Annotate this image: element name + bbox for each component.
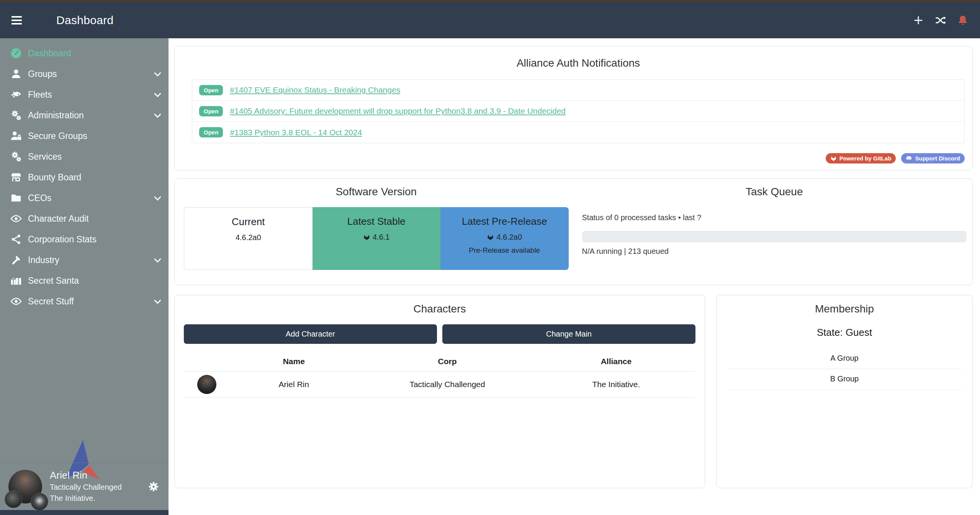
eye-icon <box>10 295 23 308</box>
main-content: Alliance Auth Notifications Open #1407 E… <box>169 38 980 515</box>
sidebar-item-ceos[interactable]: CEOs <box>0 188 169 208</box>
eye-icon <box>10 212 23 225</box>
chevron-down-icon <box>154 297 161 304</box>
notifications-bell-icon[interactable] <box>957 15 969 26</box>
user-meta: Ariel Rin Tactically Challenged The Init… <box>50 469 122 504</box>
name-column-header: Name <box>230 352 358 372</box>
sidebar-item-groups[interactable]: Groups <box>0 64 169 84</box>
chevron-down-icon <box>154 255 161 262</box>
notification-row: Open #1383 Python 3.8 EOL - 14 Oct 2024 <box>192 122 964 143</box>
notification-link[interactable]: #1407 EVE Equinox Status - Breaking Chan… <box>230 85 400 95</box>
sidebar: Dashboard Groups Fleets Administration S… <box>0 38 169 515</box>
gears-icon <box>10 109 23 122</box>
change-main-button[interactable]: Change Main <box>442 324 695 344</box>
characters-title: Characters <box>184 303 695 315</box>
gifts-icon <box>10 274 23 287</box>
sidebar-item-secret-santa[interactable]: Secret Santa <box>0 270 169 291</box>
corp-column-header: Corp <box>358 352 537 372</box>
user-panel: Ariel Rin Tactically Challenged The Init… <box>0 463 169 510</box>
notifications-title: Alliance Auth Notifications <box>192 57 965 69</box>
status-badge: Open <box>199 127 223 137</box>
chevron-down-icon <box>154 69 161 76</box>
version-latest-prerelease: Latest Pre-Release 4.6.2a0 Pre-Release a… <box>440 207 569 270</box>
alliance-logo-badge <box>31 493 48 510</box>
software-version-title: Software Version <box>184 186 569 198</box>
chevron-down-icon <box>154 111 161 118</box>
software-taskqueue-card: Software Version Current 4.6.2a0 Latest … <box>174 178 973 285</box>
task-queue-summary: N/A running | 213 queued <box>582 247 967 256</box>
powered-by-gitlab-badge[interactable]: Powered by GitLab <box>826 153 896 163</box>
spaceship-icon <box>10 88 23 101</box>
user-name: Ariel Rin <box>50 469 122 482</box>
add-icon[interactable] <box>913 15 924 26</box>
corp-logo-badge <box>5 490 22 508</box>
sidebar-bottom-strip <box>0 510 169 515</box>
characters-card: Characters Add Character Change Main Nam… <box>174 295 705 488</box>
membership-title: Membership <box>717 303 972 315</box>
topbar-actions <box>913 15 969 26</box>
discord-icon <box>906 155 912 162</box>
sidebar-item-industry[interactable]: Industry <box>0 250 169 270</box>
characters-buttons: Add Character Change Main <box>184 324 695 344</box>
sidebar-item-dashboard[interactable]: Dashboard <box>0 43 169 64</box>
task-queue-title: Task Queue <box>582 186 967 198</box>
characters-table: Name Corp Alliance Ariel Rin Tactically … <box>184 352 695 397</box>
list-item: B Group <box>727 369 962 390</box>
list-item: A Group <box>727 348 962 369</box>
folder-icon <box>10 191 23 204</box>
version-current: Current 4.6.2a0 <box>184 207 312 270</box>
character-thumbnail <box>197 375 216 394</box>
sidebar-item-secret-stuff[interactable]: Secret Stuff <box>0 291 169 312</box>
hammer-icon <box>10 253 23 266</box>
task-queue-section: Task Queue Status of 0 processed tasks •… <box>582 186 967 285</box>
sidebar-item-bounty-board[interactable]: Bounty Board <box>0 167 169 188</box>
notification-row: Open #1405 Advisory: Future development … <box>192 101 964 122</box>
character-corp-cell: Tactically Challenged <box>358 372 537 397</box>
page-title: Dashboard <box>56 14 113 27</box>
status-badge: Open <box>199 85 223 95</box>
support-discord-badge[interactable]: Support Discord <box>901 153 965 163</box>
gitlab-icon <box>363 234 370 241</box>
notification-row: Open #1407 EVE Equinox Status - Breaking… <box>192 80 964 101</box>
prerelease-note: Pre-Release available <box>440 246 569 255</box>
hamburger-menu-icon[interactable] <box>11 16 22 25</box>
sidebar-item-character-audit[interactable]: Character Audit <box>0 208 169 229</box>
share-nodes-icon <box>10 233 23 246</box>
shuffle-icon[interactable] <box>935 15 946 26</box>
bottom-row: Characters Add Character Change Main Nam… <box>174 295 973 488</box>
app-window: Dashboard Dashboard Groups Fleets <box>0 0 980 515</box>
chevron-down-icon <box>154 193 161 200</box>
user-icon <box>10 67 23 80</box>
sidebar-item-fleets[interactable]: Fleets <box>0 84 169 105</box>
user-alliance: The Initiative. <box>50 493 122 504</box>
version-boxes: Current 4.6.2a0 Latest Stable 4.6.1 Late… <box>184 207 569 270</box>
task-queue-status: Status of 0 processed tasks • last ? <box>582 213 967 222</box>
add-character-button[interactable]: Add Character <box>184 324 437 344</box>
gauge-icon <box>10 47 23 60</box>
topbar: Dashboard <box>0 2 980 38</box>
notification-link[interactable]: #1383 Python 3.8 EOL - 14 Oct 2024 <box>230 128 362 137</box>
user-settings-gear-icon[interactable] <box>147 480 160 493</box>
sidebar-item-corporation-stats[interactable]: Corporation Stats <box>0 229 169 250</box>
notifications-card: Alliance Auth Notifications Open #1407 E… <box>174 46 973 170</box>
task-queue-progressbar <box>582 231 967 242</box>
character-name-cell: Ariel Rin <box>230 372 358 397</box>
status-badge: Open <box>199 106 223 116</box>
user-avatar <box>8 470 42 504</box>
gitlab-icon <box>487 234 494 241</box>
sidebar-item-services[interactable]: Services <box>0 146 169 167</box>
membership-state: State: Guest <box>717 327 972 338</box>
notification-link[interactable]: #1405 Advisory: Future development will … <box>230 106 566 116</box>
avatar-column-header <box>184 352 230 372</box>
version-latest-stable: Latest Stable 4.6.1 <box>312 207 441 270</box>
notifications-list: Open #1407 EVE Equinox Status - Breaking… <box>192 79 965 143</box>
membership-card: Membership State: Guest A Group B Group <box>716 295 973 488</box>
character-alliance-cell: The Initiative. <box>537 372 695 397</box>
user-lock-icon <box>10 129 23 142</box>
notifications-footer: Powered by GitLab Support Discord <box>192 153 965 163</box>
alliance-column-header: Alliance <box>537 352 695 372</box>
store-icon <box>10 171 23 184</box>
sidebar-item-secure-groups[interactable]: Secure Groups <box>0 126 169 146</box>
table-row: Ariel Rin Tactically Challenged The Init… <box>184 372 695 397</box>
sidebar-item-administration[interactable]: Administration <box>0 105 169 126</box>
